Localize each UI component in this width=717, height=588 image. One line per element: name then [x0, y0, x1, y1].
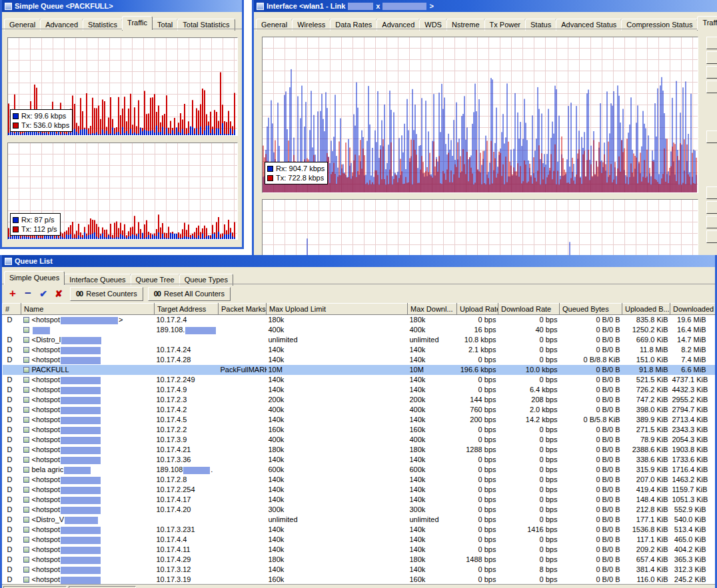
- queue-row[interactable]: Dbela agric189.108.600k600k0 bps0 bps0 B…: [3, 465, 716, 475]
- column-header-download-rate[interactable]: Download Rate: [498, 304, 560, 315]
- cell-queued-bytes: 0 B/0 B: [560, 545, 622, 555]
- cell-upload-rate: 0 bps: [457, 435, 498, 445]
- cell-packet-marks: [219, 535, 267, 545]
- disable-queue-button[interactable]: ✘: [52, 287, 65, 300]
- cut-off-button[interactable]: [706, 37, 717, 49]
- column-header-max-upload-limit[interactable]: Max Upload Limit: [267, 304, 408, 315]
- remove-queue-button[interactable]: −: [21, 287, 35, 300]
- tab-advanced-status[interactable]: Advanced Status: [556, 19, 622, 31]
- queue-row[interactable]: D<hotspot10.17.2.2160k160k0 bps0 bps0 B/…: [3, 425, 716, 435]
- tab-wds[interactable]: WDS: [419, 19, 447, 31]
- tab-statistics[interactable]: Statistics: [83, 19, 123, 31]
- tab-tx-power[interactable]: Tx Power: [484, 19, 526, 31]
- tab-simple-queues[interactable]: Simple Queues: [4, 271, 65, 285]
- column-header-[interactable]: #: [3, 304, 21, 315]
- queue-row[interactable]: D<hotspot10.17.2.3200k200k144 bps208 bps…: [3, 395, 716, 405]
- queue-row[interactable]: 189.108.400k400k16 bps40 bps0 B/0 B1250.…: [3, 325, 716, 335]
- queue-table[interactable]: #NameTarget AddressPacket MarksMax Uploa…: [2, 303, 715, 584]
- tab-wireless[interactable]: Wireless: [292, 19, 331, 31]
- queue-row[interactable]: D<Distro_Vunlimitedunlimited0 bps0 bps0 …: [3, 515, 716, 525]
- queue-row[interactable]: PACKFULLPackFullMARK10M10M196.6 kbps10.0…: [3, 365, 716, 375]
- tab-queue-tree[interactable]: Queue Tree: [131, 274, 180, 286]
- column-header-upload-rate[interactable]: Upload Rate: [457, 304, 498, 315]
- cut-off-button[interactable]: [706, 66, 717, 79]
- tab-advanced[interactable]: Advanced: [40, 19, 83, 31]
- cut-off-button[interactable]: [706, 51, 717, 64]
- cell-queued-bytes: 0 B/0 B: [560, 385, 622, 395]
- cut-off-button[interactable]: [706, 216, 717, 228]
- tab-nstreme[interactable]: Nstreme: [446, 19, 485, 31]
- queue-list-titlebar[interactable]: Queue List: [2, 255, 715, 267]
- cell-max-download-limit: 180k: [408, 315, 457, 326]
- queue-row[interactable]: D<hotspot10.17.4.17140k140k0 bps0 bps0 B…: [3, 495, 716, 505]
- cell-flag: D: [3, 495, 21, 505]
- cut-off-button[interactable]: [706, 230, 717, 243]
- cell-downloaded-bytes: 312.3 KiB: [670, 565, 716, 575]
- reset-counters-button[interactable]: 00 Reset Counters: [70, 287, 143, 301]
- legend-entry: Rx: 99.6 kbps: [13, 111, 69, 121]
- tab-queue-types[interactable]: Queue Types: [179, 274, 233, 286]
- cell-name: <hotspot: [21, 415, 155, 425]
- tab-total-statistics[interactable]: Total Statistics: [177, 19, 235, 31]
- queue-row[interactable]: D<hotspot10.17.4.9140k140k0 bps6.4 kbps0…: [3, 385, 716, 395]
- queue-row[interactable]: D<hotspot10.17.4.2400k400k760 bps2.0 kbp…: [3, 405, 716, 415]
- queue-row[interactable]: D<hotspot10.17.3.12140k140k0 bps8 bps0 B…: [3, 565, 716, 575]
- cell-downloaded-bytes: 540.0 KiB: [670, 515, 716, 525]
- column-header-name[interactable]: Name: [21, 304, 155, 315]
- queue-row[interactable]: D<hotspot10.17.4.29180k180k1488 bps0 bps…: [3, 555, 716, 565]
- tab-data-rates[interactable]: Data Rates: [330, 19, 377, 31]
- add-queue-button[interactable]: +: [6, 287, 19, 300]
- cut-off-button[interactable]: [706, 186, 717, 199]
- queue-row[interactable]: D<Distro_lunlimitedunlimited10.8 kbps0 b…: [3, 335, 716, 345]
- tab-status[interactable]: Status: [525, 19, 556, 31]
- tab-interface-queues[interactable]: Interface Queues: [64, 274, 131, 286]
- queue-row[interactable]: D<hotspot10.17.4.20300k300k0 bps0 bps0 B…: [3, 505, 716, 515]
- reset-all-counters-button[interactable]: 00 Reset All Counters: [148, 287, 231, 301]
- queue-row[interactable]: D<hotspot10.17.3.36140k140k0 bps0 bps0 B…: [3, 455, 716, 465]
- column-header-downloaded-by[interactable]: Downloaded By...: [670, 304, 716, 315]
- queue-row[interactable]: D<hotspot10.17.4.5140k140k200 bps14.2 kb…: [3, 415, 716, 425]
- queue-row[interactable]: D<hotspot10.17.2.254140k140k0 bps0 bps0 …: [3, 485, 716, 495]
- tab-general[interactable]: General: [4, 19, 41, 31]
- queue-row[interactable]: D<hotspot10.17.3.9400k400k0 bps0 bps0 B/…: [3, 435, 716, 445]
- cut-off-button[interactable]: [706, 81, 717, 93]
- cell-uploaded-bytes: 207.0 KiB: [622, 475, 670, 485]
- cell-upload-rate: 2.1 kbps: [457, 345, 498, 355]
- queue-icon: [23, 567, 29, 573]
- queue-row[interactable]: D<hotspot10.17.3.19160k160k0 bps0 bps0 B…: [3, 575, 716, 584]
- tab-advanced[interactable]: Advanced: [376, 19, 420, 31]
- simple-queue-titlebar[interactable]: Simple Queue <PACKFULL>: [2, 0, 242, 12]
- interface-titlebar[interactable]: Interface <wlan1 - Link x >: [254, 0, 717, 12]
- queue-row[interactable]: D<hotspot10.17.4.21180k180k1288 bps0 bps…: [3, 445, 716, 455]
- cut-off-button[interactable]: [706, 201, 717, 214]
- queue-row[interactable]: D<hotspot10.17.4.24140k140k2.1 kbps0 bps…: [3, 345, 716, 355]
- queue-row[interactable]: D<hotspot10.17.2.249140k140k0 bps0 bps0 …: [3, 375, 716, 385]
- queue-row[interactable]: D<hotspot10.17.4.28140k140k0 bps0 bps0 B…: [3, 355, 716, 365]
- cell-max-upload-limit: 400k: [267, 405, 408, 415]
- queue-row[interactable]: D<hotspot10.17.4.11140k140k0 bps0 bps0 B…: [3, 545, 716, 555]
- cell-max-upload-limit: 140k: [267, 385, 408, 395]
- cell-packet-marks: [219, 435, 267, 445]
- enable-queue-button[interactable]: ✔: [37, 287, 50, 300]
- queue-row[interactable]: D<hotspot10.17.2.8140k140k0 bps0 bps0 B/…: [3, 475, 716, 485]
- queue-icon: [23, 347, 29, 353]
- column-header-queued-bytes[interactable]: Queued Bytes: [560, 304, 622, 315]
- redaction-block: [61, 457, 101, 464]
- tab-traffic[interactable]: Traffic: [122, 16, 153, 30]
- tab-compression-status[interactable]: Compression Status: [621, 19, 698, 31]
- column-header-target-address[interactable]: Target Address: [155, 304, 219, 315]
- column-header-max-downl[interactable]: Max Downl...: [408, 304, 457, 315]
- cell-uploaded-bytes: 419.4 KiB: [622, 485, 670, 495]
- queue-row[interactable]: D<hotspot10.17.4.4140k140k0 bps0 bps0 B/…: [3, 535, 716, 545]
- cut-off-button[interactable]: [706, 131, 717, 143]
- tab-total[interactable]: Total: [152, 19, 178, 31]
- column-header-packet-marks[interactable]: Packet Marks: [219, 304, 267, 315]
- tab-traffic[interactable]: Traffic: [697, 16, 717, 30]
- queue-row[interactable]: D<hotspot10.17.3.231140k140k0 bps1416 bp…: [3, 525, 716, 535]
- column-header-uploaded-b[interactable]: Uploaded B...: [622, 304, 670, 315]
- queue-icon: [23, 317, 29, 323]
- cell-upload-rate: 1488 bps: [457, 555, 498, 565]
- cell-name: <hotspot: [21, 525, 155, 535]
- queue-row[interactable]: D<hotspot>10.17.2.4180k180k0 bps0 bps0 B…: [3, 315, 716, 326]
- tab-general[interactable]: General: [256, 19, 293, 31]
